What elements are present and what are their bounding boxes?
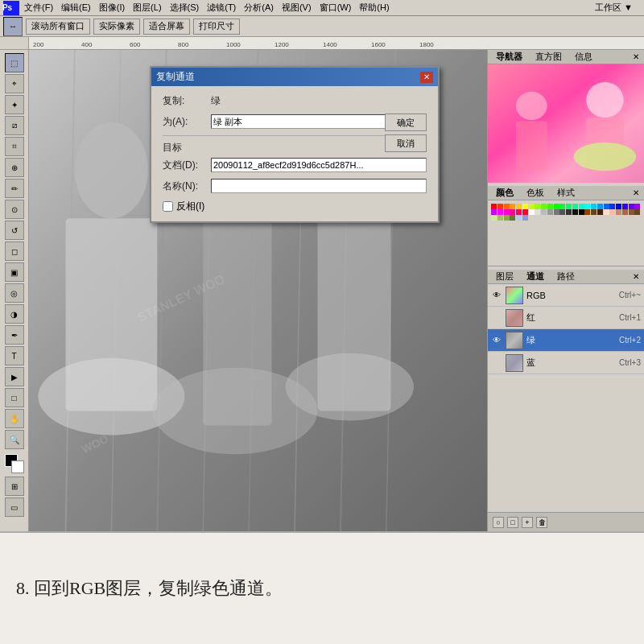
- dialog-ok-button[interactable]: 确定: [385, 114, 427, 131]
- channel-rgb-row[interactable]: 👁 RGB Ctrl+~: [488, 284, 644, 307]
- color-swatch-ff3300[interactable]: [497, 204, 503, 209]
- color-swatch-0000ff[interactable]: [616, 204, 621, 209]
- info-tab[interactable]: 信息: [572, 51, 596, 63]
- color-swatch-ff9900[interactable]: [510, 204, 515, 209]
- selection-tool[interactable]: ⬚: [5, 53, 24, 72]
- rectangle-tool[interactable]: □: [5, 388, 24, 407]
- foreground-background-colors[interactable]: [5, 454, 24, 473]
- brush-tool[interactable]: ✏: [5, 179, 24, 198]
- navigator-tab[interactable]: 导航器: [493, 51, 526, 63]
- actual-size-btn[interactable]: 实际像素: [93, 19, 140, 35]
- new-channel-btn[interactable]: +: [522, 517, 533, 528]
- color-swatch-664422[interactable]: [591, 209, 597, 215]
- color-swatch-00ff00[interactable]: [554, 204, 559, 209]
- screen-mode-btn[interactable]: ▭: [5, 497, 24, 517]
- quick-mask-tool[interactable]: ⊞: [5, 477, 24, 496]
- color-swatch-555555[interactable]: [559, 209, 565, 215]
- color-swatch-ff6600[interactable]: [504, 204, 510, 209]
- color-swatch-ff0066[interactable]: [516, 209, 522, 215]
- green-visibility-icon[interactable]: 👁: [491, 335, 502, 346]
- color-swatch-ccee88[interactable]: [491, 215, 497, 221]
- fit-screen-btn[interactable]: 适合屏幕: [143, 19, 190, 35]
- workspace-label[interactable]: 工作区 ▼: [595, 2, 633, 14]
- print-size-btn[interactable]: 打印尺寸: [193, 19, 240, 35]
- panel-close-btn[interactable]: ✕: [633, 52, 639, 61]
- color-swatch-ffffff[interactable]: [529, 209, 535, 215]
- channel-blue-row[interactable]: 蓝 Ctrl+3: [488, 352, 644, 374]
- eraser-tool[interactable]: ◻: [5, 242, 24, 261]
- color-swatch-884400[interactable]: [584, 209, 590, 215]
- lasso-tool[interactable]: ⌖: [5, 74, 24, 93]
- color-swatch-667733[interactable]: [510, 215, 515, 221]
- color-swatch-664422[interactable]: [634, 209, 640, 215]
- color-swatch-aabb66[interactable]: [497, 215, 503, 221]
- color-swatch-111111[interactable]: [572, 209, 578, 215]
- channel-to-selection-btn[interactable]: ○: [493, 517, 504, 528]
- menu-filter[interactable]: 滤镜(T): [207, 2, 236, 14]
- magic-wand-tool[interactable]: ✦: [5, 95, 24, 114]
- channels-tab[interactable]: 通道: [523, 270, 547, 283]
- healing-brush-tool[interactable]: ⊕: [5, 158, 24, 177]
- menu-view[interactable]: 视图(V): [282, 2, 312, 14]
- color-swatch-00ff99[interactable]: [572, 204, 578, 209]
- navigator-preview[interactable]: [488, 64, 644, 183]
- paths-tab[interactable]: 路径: [554, 270, 578, 283]
- color-swatch-ccff00[interactable]: [529, 204, 535, 209]
- color-swatch-88aa44[interactable]: [504, 215, 510, 221]
- eyedropper-tool[interactable]: ⌗: [5, 137, 24, 156]
- color-swatch-00ff33[interactable]: [559, 204, 565, 209]
- clone-stamp-tool[interactable]: ⊙: [5, 200, 24, 219]
- menu-file[interactable]: 文件(F): [24, 2, 53, 14]
- color-swatch-ffddcc[interactable]: [604, 209, 609, 215]
- delete-channel-btn[interactable]: 🗑: [536, 517, 547, 528]
- menu-image[interactable]: 图像(I): [99, 2, 125, 14]
- color-swatch-00ff66[interactable]: [566, 204, 572, 209]
- color-swatch-000000[interactable]: [579, 209, 584, 215]
- name-input[interactable]: [211, 179, 427, 193]
- zoom-tool[interactable]: 🔍: [5, 430, 24, 449]
- menu-analysis[interactable]: 分析(A): [244, 2, 274, 14]
- color-swatch-ffcc00[interactable]: [516, 204, 522, 209]
- styles-tab[interactable]: 样式: [554, 187, 578, 199]
- color-swatch-dddddd[interactable]: [535, 209, 540, 215]
- color-swatch-ff0033[interactable]: [522, 209, 528, 215]
- color-swatch-bbbbbb[interactable]: [541, 209, 547, 215]
- color-swatch-999999[interactable]: [547, 209, 553, 215]
- color-swatch-9900ff[interactable]: [634, 204, 640, 209]
- swatches-tab[interactable]: 色板: [523, 187, 547, 199]
- color-swatch-777777[interactable]: [554, 209, 559, 215]
- menu-window[interactable]: 窗口(W): [320, 2, 352, 14]
- color-swatch-ff0000[interactable]: [491, 204, 497, 209]
- color-swatch-333333[interactable]: [566, 209, 572, 215]
- layers-panel-close[interactable]: ✕: [633, 272, 639, 281]
- channel-red-row[interactable]: 红 Ctrl+1: [488, 307, 644, 329]
- menu-select[interactable]: 选择(S): [170, 2, 200, 14]
- color-swatch-cc00ff[interactable]: [491, 209, 497, 215]
- color-swatch-66ff00[interactable]: [541, 204, 547, 209]
- menu-layer[interactable]: 图层(L): [133, 2, 161, 14]
- history-brush-tool[interactable]: ↺: [5, 221, 24, 240]
- color-panel-close[interactable]: ✕: [633, 188, 639, 197]
- blue-visibility-icon[interactable]: [491, 357, 502, 369]
- color-swatch-cc8866[interactable]: [616, 209, 621, 215]
- save-selection-btn[interactable]: □: [507, 517, 518, 528]
- color-swatch-0033ff[interactable]: [609, 204, 615, 209]
- channel-green-row[interactable]: 👁 绿 Ctrl+2: [488, 329, 644, 352]
- color-swatch-8899dd[interactable]: [522, 215, 528, 221]
- gradient-tool[interactable]: ▣: [5, 262, 24, 282]
- menu-help[interactable]: 帮助(H): [359, 2, 389, 14]
- histogram-tab[interactable]: 直方图: [532, 51, 565, 63]
- color-swatch-00ffff[interactable]: [584, 204, 590, 209]
- dialog-close-button[interactable]: ✕: [420, 72, 433, 83]
- doc-input[interactable]: [211, 158, 427, 172]
- text-tool[interactable]: T: [5, 346, 24, 365]
- color-swatch-0066ff[interactable]: [604, 204, 609, 209]
- move-tool-btn[interactable]: ↔: [3, 17, 23, 36]
- color-swatch-3300ff[interactable]: [622, 204, 628, 209]
- color-swatch-aa6644[interactable]: [622, 209, 628, 215]
- color-swatch-99ff00[interactable]: [535, 204, 540, 209]
- color-swatch-33ff00[interactable]: [547, 204, 553, 209]
- crop-tool[interactable]: ⧄: [5, 116, 24, 135]
- blur-tool[interactable]: ◎: [5, 283, 24, 303]
- color-swatch-0099ff[interactable]: [597, 204, 603, 209]
